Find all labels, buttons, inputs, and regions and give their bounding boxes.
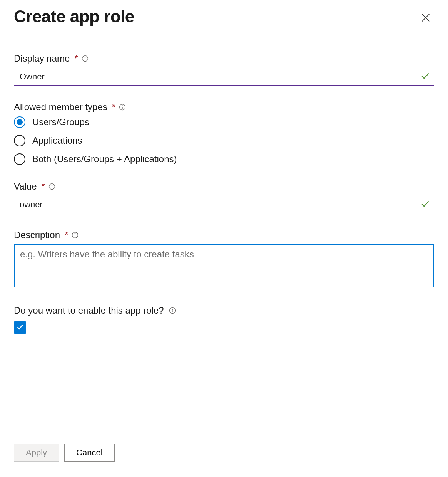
- value-input[interactable]: [14, 196, 434, 213]
- field-label-row: Description *: [14, 230, 434, 240]
- radio-label: Users/Groups: [32, 117, 89, 128]
- pane-header: Create app role: [0, 0, 448, 26]
- radio-indicator: [14, 116, 25, 128]
- info-icon[interactable]: [119, 103, 126, 111]
- info-icon[interactable]: [81, 55, 89, 62]
- check-icon: [420, 71, 430, 82]
- radio-both[interactable]: Both (Users/Groups + Applications): [14, 153, 434, 165]
- radio-indicator: [14, 135, 25, 146]
- info-icon[interactable]: [48, 183, 56, 190]
- value-input-wrap: [14, 196, 434, 213]
- required-asterisk: *: [74, 53, 78, 64]
- apply-button[interactable]: Apply: [14, 444, 59, 462]
- description-field: Description *: [14, 230, 434, 289]
- value-label: Value: [14, 181, 37, 192]
- required-asterisk: *: [65, 230, 68, 240]
- field-label-row: Value *: [14, 181, 434, 192]
- display-name-input[interactable]: [14, 68, 434, 86]
- field-label-row: Allowed member types *: [14, 102, 434, 113]
- allowed-member-types-radio-group: Users/Groups Applications Both (Users/Gr…: [14, 116, 434, 165]
- value-field: Value *: [14, 181, 434, 213]
- enable-label: Do you want to enable this app role?: [14, 305, 164, 316]
- radio-users-groups[interactable]: Users/Groups: [14, 116, 434, 128]
- required-asterisk: *: [112, 102, 115, 113]
- required-asterisk: *: [42, 181, 45, 192]
- field-label-row: Display name *: [14, 53, 434, 64]
- close-icon: [420, 18, 431, 24]
- display-name-input-wrap: [14, 68, 434, 86]
- svg-point-15: [172, 309, 172, 309]
- svg-point-9: [52, 185, 52, 185]
- pane-footer: Apply Cancel: [0, 433, 448, 477]
- check-icon: [16, 322, 24, 333]
- display-name-label: Display name: [14, 53, 70, 64]
- create-app-role-pane: Create app role Display name *: [0, 0, 448, 477]
- cancel-button[interactable]: Cancel: [64, 444, 114, 462]
- check-icon: [420, 199, 430, 210]
- info-icon[interactable]: [71, 231, 79, 239]
- enable-label-row: Do you want to enable this app role?: [14, 305, 434, 316]
- display-name-field: Display name *: [14, 53, 434, 86]
- allowed-member-types-label: Allowed member types: [14, 102, 107, 113]
- radio-indicator: [14, 153, 25, 165]
- svg-point-6: [122, 106, 122, 106]
- enable-checkbox[interactable]: [14, 321, 26, 334]
- close-button[interactable]: [420, 12, 431, 25]
- enable-field: Do you want to enable this app role?: [14, 305, 434, 334]
- description-textarea[interactable]: [14, 244, 434, 287]
- radio-label: Both (Users/Groups + Applications): [32, 154, 177, 165]
- radio-applications[interactable]: Applications: [14, 135, 434, 146]
- radio-label: Applications: [32, 135, 82, 146]
- form-body: Display name * Allowed me: [0, 26, 448, 433]
- description-label: Description: [14, 230, 60, 240]
- svg-point-3: [85, 57, 85, 57]
- svg-point-12: [75, 233, 75, 234]
- info-icon[interactable]: [169, 307, 176, 314]
- pane-title: Create app role: [14, 7, 134, 26]
- allowed-member-types-field: Allowed member types * Users/Groups Appl…: [14, 102, 434, 165]
